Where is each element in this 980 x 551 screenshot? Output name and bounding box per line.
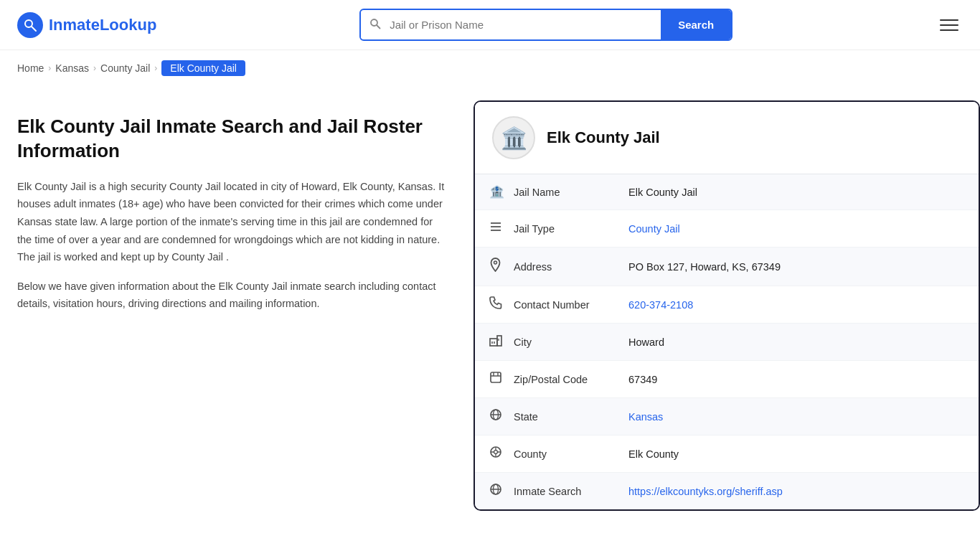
search-bar: Search <box>359 9 732 41</box>
row-jail-name: 🏦 Jail Name Elk County Jail <box>475 174 979 210</box>
contact-label: Contact Number <box>514 299 628 311</box>
row-address: Address PO Box 127, Howard, KS, 67349 <box>475 248 979 286</box>
hamburger-line-2 <box>940 24 958 26</box>
breadcrumb-current: Elk County Jail <box>161 60 245 76</box>
jail-type-icon <box>489 220 514 237</box>
county-label: County <box>514 448 628 460</box>
chevron-icon-1: › <box>48 63 51 73</box>
inmate-search-link[interactable]: https://elkcountyks.org/sheriff.asp <box>628 486 783 497</box>
search-input[interactable] <box>385 11 652 38</box>
site-header: InmateLookup Search <box>0 0 980 50</box>
state-label: State <box>514 411 628 423</box>
county-icon <box>489 446 514 462</box>
state-icon <box>489 408 514 425</box>
city-icon <box>489 334 514 350</box>
county-value: Elk County <box>628 448 679 460</box>
svg-line-3 <box>377 25 380 29</box>
breadcrumb-home[interactable]: Home <box>17 62 44 74</box>
jail-type-value: County Jail <box>628 223 680 235</box>
chevron-icon-3: › <box>154 63 157 73</box>
hamburger-line-1 <box>940 19 958 21</box>
jail-type-label: Jail Type <box>514 223 628 235</box>
logo-text: InmateLookup <box>49 16 156 34</box>
state-value: Kansas <box>628 411 663 423</box>
jail-thumbnail: 🏛️ <box>492 116 535 159</box>
hamburger-menu[interactable] <box>936 15 963 35</box>
state-link[interactable]: Kansas <box>628 411 663 423</box>
hamburger-line-3 <box>940 29 958 31</box>
chevron-icon-2: › <box>93 63 96 73</box>
phone-link[interactable]: 620-374-2108 <box>628 299 693 311</box>
card-title: Elk County Jail <box>547 128 660 147</box>
row-contact: Contact Number 620-374-2108 <box>475 286 979 324</box>
building-icon: 🏛️ <box>501 126 527 151</box>
address-value: PO Box 127, Howard, KS, 67349 <box>628 261 781 273</box>
row-jail-type: Jail Type County Jail <box>475 210 979 248</box>
svg-rect-9 <box>497 336 501 346</box>
zip-icon <box>489 371 514 387</box>
zip-label: Zip/Postal Code <box>514 374 628 385</box>
row-zip: Zip/Postal Code 67349 <box>475 361 979 398</box>
svg-line-1 <box>32 27 36 31</box>
page-heading: Elk County Jail Inmate Search and Jail R… <box>17 115 445 164</box>
row-state: State Kansas <box>475 398 979 435</box>
search-button[interactable]: Search <box>661 10 731 39</box>
row-county: County Elk County <box>475 435 979 473</box>
breadcrumb-type[interactable]: County Jail <box>100 62 150 74</box>
description-para-1: Elk County Jail is a high security Count… <box>17 178 445 266</box>
inmate-search-label: Inmate Search <box>514 486 628 497</box>
logo-icon <box>17 12 43 38</box>
description-para-2: Below we have given information about th… <box>17 278 445 313</box>
svg-point-21 <box>494 451 498 454</box>
phone-icon <box>489 296 514 313</box>
right-panel: 🏛️ Elk County Jail 🏦 Jail Name Elk Count… <box>473 86 980 511</box>
main-content: Elk County Jail Inmate Search and Jail R… <box>0 86 980 540</box>
jail-name-value: Elk County Jail <box>628 187 697 198</box>
zip-value: 67349 <box>628 374 657 385</box>
contact-value: 620-374-2108 <box>628 299 693 311</box>
row-city: City Howard <box>475 324 979 361</box>
jail-name-icon: 🏦 <box>489 184 514 199</box>
inmate-search-icon <box>489 483 514 499</box>
svg-rect-13 <box>491 372 501 382</box>
address-icon <box>489 258 514 276</box>
breadcrumb-state[interactable]: Kansas <box>55 62 89 74</box>
inmate-search-value: https://elkcountyks.org/sheriff.asp <box>628 486 783 497</box>
jail-type-link[interactable]: County Jail <box>628 223 680 235</box>
row-inmate-search: Inmate Search https://elkcountyks.org/sh… <box>475 473 979 509</box>
city-value: Howard <box>628 336 664 348</box>
logo-link[interactable]: InmateLookup <box>17 12 156 38</box>
card-header: 🏛️ Elk County Jail <box>475 102 979 174</box>
left-panel: Elk County Jail Inmate Search and Jail R… <box>0 86 473 511</box>
jail-name-label: Jail Name <box>514 187 628 198</box>
svg-point-7 <box>494 261 497 264</box>
address-label: Address <box>514 261 628 273</box>
info-card: 🏛️ Elk County Jail 🏦 Jail Name Elk Count… <box>473 100 980 511</box>
breadcrumb: Home › Kansas › County Jail › Elk County… <box>0 50 980 86</box>
svg-rect-8 <box>490 339 497 346</box>
search-icon <box>369 18 381 32</box>
city-label: City <box>514 336 628 348</box>
